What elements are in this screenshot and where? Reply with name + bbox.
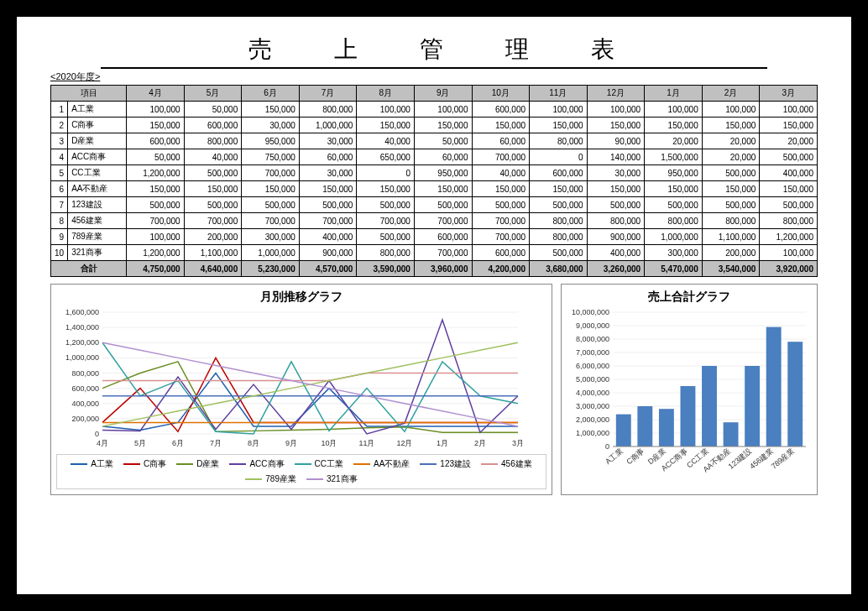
cell-value: 150,000 — [299, 181, 357, 197]
svg-text:456建業: 456建業 — [748, 446, 775, 471]
cell-value: 150,000 — [530, 181, 588, 197]
svg-text:3,000,000: 3,000,000 — [576, 402, 609, 410]
svg-text:1,400,000: 1,400,000 — [65, 323, 99, 332]
legend-item: D産業 — [176, 458, 219, 470]
legend-label: A工業 — [91, 458, 113, 470]
cell-value: 500,000 — [472, 197, 530, 213]
cell-value: 150,000 — [472, 118, 530, 133]
cell-value: 400,000 — [587, 245, 645, 261]
cell-value: 800,000 — [530, 213, 588, 229]
row-name: A工業 — [68, 102, 127, 118]
cell-value: 100,000 — [127, 102, 185, 118]
cell-value: 150,000 — [760, 118, 818, 133]
cell-value: 1,100,000 — [702, 229, 760, 245]
cell-value: 100,000 — [645, 102, 703, 118]
legend-item: CC工業 — [295, 458, 343, 470]
cell-value: 600,000 — [472, 102, 530, 118]
cell-value: 30,000 — [299, 165, 357, 181]
cell-value: 150,000 — [760, 181, 818, 197]
cell-value: 500,000 — [299, 197, 357, 213]
cell-value: 150,000 — [645, 118, 703, 133]
svg-text:8月: 8月 — [248, 439, 259, 447]
cell-value: 1,200,000 — [760, 229, 818, 245]
cell-value: 800,000 — [299, 102, 357, 118]
svg-text:1,000,000: 1,000,000 — [576, 429, 609, 437]
cell-value: 1,100,000 — [184, 245, 242, 261]
cell-value: 900,000 — [299, 245, 357, 261]
cell-value: 20,000 — [702, 133, 760, 149]
row-name: AA不動産 — [68, 181, 127, 197]
svg-text:1,000,000: 1,000,000 — [65, 353, 99, 362]
page-title: 売 上 管 理 表 — [101, 34, 767, 69]
legend-item: AA不動産 — [353, 458, 410, 470]
cell-value: 0 — [530, 149, 588, 165]
svg-rect-56 — [659, 409, 674, 446]
cell-value: 100,000 — [760, 245, 818, 261]
cell-value: 30,000 — [587, 165, 645, 181]
cell-value: 40,000 — [472, 165, 530, 181]
col-header: 10月 — [472, 86, 530, 102]
page: 売 上 管 理 表 <2020年度> 項目4月5月6月7月8月9月10月11月1… — [17, 17, 851, 594]
line-chart-legend: A工業C商事D産業ACC商事CC工業AA不動産123建設456建業789産業32… — [56, 454, 546, 489]
svg-text:1月: 1月 — [437, 439, 448, 447]
svg-text:6,000,000: 6,000,000 — [576, 362, 609, 370]
cell-value: 500,000 — [702, 197, 760, 213]
cell-value: 150,000 — [242, 181, 300, 197]
cell-value: 150,000 — [127, 181, 185, 197]
table-row: 4ACC商事50,00040,000750,00060,000650,00060… — [51, 149, 818, 165]
svg-text:5,000,000: 5,000,000 — [576, 375, 609, 384]
row-name: C商事 — [68, 118, 127, 133]
cell-value: 500,000 — [184, 165, 242, 181]
cell-value: 1,500,000 — [645, 149, 703, 165]
cell-value: 700,000 — [127, 213, 185, 229]
cell-value: 500,000 — [587, 197, 645, 213]
cell-value: 600,000 — [472, 245, 530, 261]
col-header: 1月 — [645, 86, 703, 102]
svg-rect-52 — [616, 415, 631, 446]
table-row: 3D産業600,000800,000950,00030,00040,00050,… — [51, 133, 818, 149]
cell-value: 800,000 — [587, 213, 645, 229]
cell-value: 60,000 — [299, 149, 357, 165]
cell-value: 150,000 — [242, 102, 300, 118]
table-row: 6AA不動産150,000150,000150,000150,000150,00… — [51, 181, 818, 197]
total-cell: 3,680,000 — [530, 261, 588, 277]
row-index: 1 — [51, 102, 68, 118]
cell-value: 700,000 — [472, 229, 530, 245]
legend-label: D産業 — [196, 458, 219, 470]
row-name: D産業 — [68, 133, 127, 149]
cell-value: 20,000 — [702, 149, 760, 165]
cell-value: 500,000 — [242, 197, 300, 213]
cell-value: 150,000 — [184, 181, 242, 197]
col-header: 4月 — [127, 86, 185, 102]
svg-text:C商事: C商事 — [625, 446, 646, 466]
cell-value: 400,000 — [760, 165, 818, 181]
cell-value: 50,000 — [184, 102, 242, 118]
cell-value: 1,000,000 — [242, 245, 300, 261]
svg-text:4月: 4月 — [97, 439, 108, 447]
cell-value: 600,000 — [127, 133, 185, 149]
col-header: 6月 — [242, 86, 300, 102]
col-header: 8月 — [357, 86, 415, 102]
cell-value: 600,000 — [530, 165, 588, 181]
cell-value: 150,000 — [414, 118, 472, 133]
svg-text:789産業: 789産業 — [770, 446, 797, 471]
total-cell: 4,640,000 — [184, 261, 242, 277]
svg-text:4,000,000: 4,000,000 — [576, 389, 609, 397]
svg-rect-62 — [724, 422, 739, 446]
col-header: 3月 — [760, 86, 818, 102]
total-label: 合計 — [51, 261, 127, 277]
total-cell: 3,920,000 — [760, 261, 818, 277]
svg-text:11月: 11月 — [358, 439, 374, 447]
cell-value: 150,000 — [472, 181, 530, 197]
total-cell: 3,960,000 — [414, 261, 472, 277]
svg-text:1,200,000: 1,200,000 — [65, 338, 99, 347]
cell-value: 150,000 — [414, 181, 472, 197]
cell-value: 950,000 — [414, 165, 472, 181]
bar-chart: 01,000,0002,000,0003,000,0004,000,0005,0… — [567, 308, 810, 484]
row-index: 3 — [51, 133, 68, 149]
row-index: 7 — [51, 197, 68, 213]
cell-value: 700,000 — [242, 213, 300, 229]
line-chart-title: 月別推移グラフ — [56, 290, 546, 305]
cell-value: 150,000 — [127, 118, 185, 133]
legend-label: 123建設 — [440, 458, 471, 470]
